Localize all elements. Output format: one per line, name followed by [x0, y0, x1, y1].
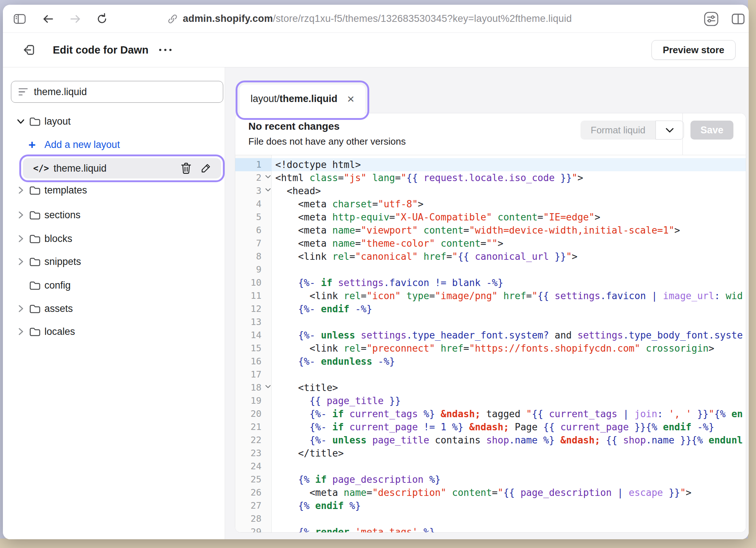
sidebar-folder-assets[interactable]: assets — [3, 298, 225, 319]
folder-label: locales — [44, 326, 75, 337]
code-editor[interactable]: 1<!doctype html>2<html class="js" lang="… — [235, 155, 746, 533]
chevron-right-icon[interactable] — [16, 304, 25, 313]
code-line-26[interactable]: 26 <meta name="description" content="{{ … — [235, 486, 746, 499]
preview-store-button[interactable]: Preview store — [651, 40, 736, 60]
line-number: 11 — [235, 289, 272, 302]
split-view-icon[interactable] — [729, 5, 747, 33]
code-line-7[interactable]: 7 <meta name="theme-color" content=""> — [235, 237, 746, 250]
code-line-28[interactable]: 28 — [235, 512, 746, 525]
fold-icon[interactable] — [265, 175, 271, 179]
tab-theme-liquid[interactable]: layout/theme.liquid × — [240, 85, 365, 116]
sidebar-item-theme.liquid[interactable]: </>theme.liquid — [23, 158, 221, 179]
back-icon[interactable] — [40, 5, 56, 33]
code-line-16[interactable]: 16 {%- endunless -%} — [235, 355, 746, 368]
code-line-12[interactable]: 12 {%- endif -%} — [235, 302, 746, 316]
sidebar-folder-config[interactable]: config — [3, 275, 225, 295]
folder-icon — [29, 210, 41, 220]
browser-toolbar: admin.shopify.com/store/rzq1xu-f5/themes… — [3, 5, 749, 33]
line-number: 14 — [235, 329, 272, 342]
code-text: <title> — [272, 381, 746, 394]
code-text — [272, 460, 746, 473]
line-number: 17 — [235, 368, 272, 381]
code-line-9[interactable]: 9 — [235, 263, 746, 276]
code-line-3[interactable]: 3 <head> — [235, 184, 746, 197]
code-text: {%- unless page_title contains shop.name… — [272, 434, 746, 447]
sidebar-toggle-icon[interactable] — [12, 5, 27, 33]
status-title: No recent changes — [248, 121, 340, 132]
folder-label: templates — [44, 185, 87, 196]
file-label: theme.liquid — [54, 163, 107, 174]
folder-icon — [29, 117, 41, 126]
code-line-18[interactable]: 18 <title> — [235, 381, 746, 394]
chevron-right-icon[interactable] — [16, 257, 25, 266]
header-divider — [682, 113, 683, 155]
code-text: <meta http-equiv="X-UA-Compatible" conte… — [272, 211, 746, 224]
code-line-19[interactable]: 19 {{ page_title }} — [235, 394, 746, 407]
code-line-5[interactable]: 5 <meta http-equiv="X-UA-Compatible" con… — [235, 211, 746, 224]
desktop-background-right — [748, 0, 756, 548]
add-new-layout-link[interactable]: +Add a new layout — [3, 134, 225, 155]
sidebar-folder-blocks[interactable]: blocks — [3, 228, 225, 249]
exit-editor-button[interactable] — [21, 42, 37, 58]
code-line-21[interactable]: 21 {%- if current_page != 1 %} &ndash; P… — [235, 420, 746, 434]
code-line-13[interactable]: 13 — [235, 316, 746, 329]
rename-file-icon[interactable] — [199, 162, 212, 175]
app-header: Edit code for Dawn Preview store — [3, 33, 749, 67]
reload-icon[interactable] — [94, 5, 110, 33]
tab-close-icon[interactable]: × — [345, 92, 357, 106]
save-button[interactable]: Save — [690, 121, 733, 140]
code-line-17[interactable]: 17 — [235, 368, 746, 381]
code-text: {{ page_title }} — [272, 394, 746, 407]
line-number: 8 — [235, 250, 272, 263]
sidebar-folder-layout[interactable]: layout — [3, 111, 225, 132]
code-line-22[interactable]: 22 {%- unless page_title contains shop.n… — [235, 434, 746, 447]
code-line-20[interactable]: 20 {%- if current_tags %} &ndash; tagged… — [235, 407, 746, 420]
format-options-button[interactable] — [655, 121, 684, 140]
delete-file-icon[interactable] — [180, 162, 193, 175]
folder-label: blocks — [44, 233, 72, 244]
folder-label: sections — [44, 210, 80, 221]
chevron-right-icon[interactable] — [16, 327, 25, 336]
code-line-1[interactable]: 1<!doctype html> — [235, 158, 746, 171]
code-line-27[interactable]: 27 {% endif %} — [235, 499, 746, 512]
code-line-15[interactable]: 15 <link rel="preconnect" href="https://… — [235, 342, 746, 355]
line-number: 12 — [235, 302, 272, 316]
chevron-down-icon[interactable] — [16, 119, 25, 124]
folder-label: layout — [44, 116, 71, 127]
chevron-right-icon[interactable] — [16, 186, 25, 195]
format-liquid-button[interactable]: Format liquid — [580, 121, 655, 140]
plus-icon: + — [28, 138, 36, 151]
code-line-11[interactable]: 11 <link rel="icon" type="image/png" hre… — [235, 289, 746, 302]
code-line-23[interactable]: 23 </title> — [235, 447, 746, 460]
chevron-right-icon[interactable] — [16, 211, 25, 219]
sidebar-folder-sections[interactable]: sections — [3, 205, 225, 225]
page-settings-icon[interactable] — [702, 5, 720, 33]
code-line-8[interactable]: 8 <link rel="canonical" href="{{ canonic… — [235, 250, 746, 263]
more-actions-button[interactable] — [155, 45, 175, 55]
code-line-29[interactable]: 29 {% render 'meta-tags' %} — [235, 525, 746, 533]
address-bar[interactable]: admin.shopify.com/store/rzq1xu-f5/themes… — [168, 5, 572, 33]
file-sidebar: theme.liquid layout+Add a new layout</>t… — [3, 67, 225, 539]
fold-icon[interactable] — [265, 385, 271, 388]
forward-icon[interactable] — [67, 5, 83, 33]
fold-icon[interactable] — [265, 188, 271, 192]
code-line-14[interactable]: 14 {%- unless settings.type_header_font.… — [235, 329, 746, 342]
code-line-4[interactable]: 4 <meta charset="utf-8"> — [235, 197, 746, 211]
code-text: <meta charset="utf-8"> — [272, 197, 746, 211]
exit-icon — [23, 43, 36, 56]
sidebar-folder-templates[interactable]: templates — [3, 180, 225, 200]
code-text: </title> — [272, 447, 746, 460]
chevron-right-icon[interactable] — [16, 234, 25, 243]
code-line-6[interactable]: 6 <meta name="viewport" content="width=d… — [235, 224, 746, 237]
sidebar-folder-snippets[interactable]: snippets — [3, 251, 225, 272]
code-text — [272, 263, 746, 276]
code-text: {%- endunless -%} — [272, 355, 746, 368]
file-search-input[interactable]: theme.liquid — [11, 81, 223, 103]
code-line-2[interactable]: 2<html class="js" lang="{{ request.local… — [235, 171, 746, 184]
code-line-25[interactable]: 25 {% if page_description %} — [235, 473, 746, 486]
code-text: <!doctype html> — [272, 158, 746, 171]
code-line-10[interactable]: 10 {%- if settings.favicon != blank -%} — [235, 276, 746, 289]
sidebar-folder-locales[interactable]: locales — [3, 321, 225, 342]
editor-card: No recent changes File does not have any… — [235, 113, 746, 533]
code-line-24[interactable]: 24 — [235, 460, 746, 473]
